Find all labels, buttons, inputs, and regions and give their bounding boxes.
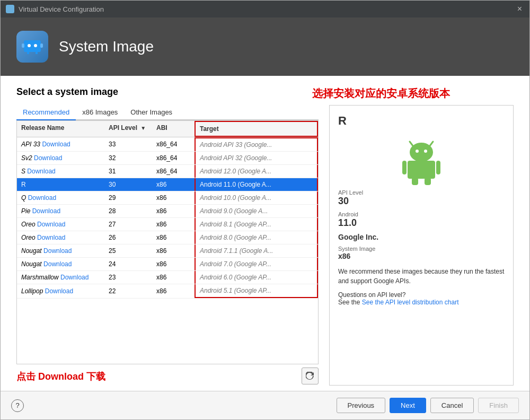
release-name: Marshmallow <box>21 274 59 281</box>
svg-rect-4 <box>40 43 43 48</box>
svg-rect-16 <box>425 178 431 185</box>
release-label: R <box>338 114 505 128</box>
svg-point-5 <box>28 44 31 47</box>
svg-rect-15 <box>412 178 418 185</box>
table-row[interactable]: Oreo Download 27 x86 Android 8.1 (Google… <box>17 218 318 231</box>
download-link[interactable]: Download <box>42 141 70 148</box>
release-name: S <box>21 168 25 175</box>
cell-release: Oreo Download <box>17 218 104 231</box>
cell-target: Android 7.0 (Google AP... <box>195 258 318 270</box>
download-link[interactable]: Download <box>37 221 65 228</box>
table-row[interactable]: Nougat Download 25 x86 Android 7.1.1 (Go… <box>17 244 318 258</box>
table-row[interactable]: S Download 31 x86_64 Android 12.0 (Googl… <box>17 165 318 178</box>
svg-point-9 <box>410 143 433 162</box>
download-link[interactable]: Download <box>27 168 55 175</box>
table-row[interactable]: API 33 Download 33 x86_64 Android API 33… <box>17 137 318 152</box>
table-row[interactable]: Lollipop Download 22 x86 Android 5.1 (Go… <box>17 284 318 299</box>
release-name: Lollipop <box>21 287 43 295</box>
android-value: 11.0 <box>338 217 505 229</box>
tabs: Recommended x86 Images Other Images <box>16 105 319 120</box>
cell-target: Android 11.0 (Google A... <box>195 178 318 191</box>
table-row[interactable]: Pie Download 28 x86 Android 9.0 (Google … <box>17 205 318 218</box>
header-icon <box>16 31 48 63</box>
system-image-label: System Image <box>338 246 505 252</box>
annotation-bottom: 点击 Download 下载 <box>16 370 105 383</box>
left-panel: Recommended x86 Images Other Images Rele… <box>16 105 319 386</box>
svg-point-11 <box>424 150 427 153</box>
svg-rect-2 <box>36 51 38 54</box>
release-name: Pie <box>21 207 30 215</box>
release-name: API 33 <box>21 141 40 148</box>
avd-icon <box>22 36 43 57</box>
release-name: Nougat <box>21 260 42 268</box>
system-image-section: System Image x86 <box>338 246 505 260</box>
release-name: Oreo <box>21 221 36 228</box>
cell-release: Nougat Download <box>17 258 104 270</box>
download-link[interactable]: Download <box>28 194 56 202</box>
api-level-chart-link[interactable]: See the API level distribution chart <box>362 299 459 306</box>
close-button[interactable]: × <box>515 4 524 14</box>
next-button[interactable]: Next <box>390 398 426 413</box>
cell-abi: x86 <box>152 178 195 191</box>
help-button[interactable]: ? <box>11 399 24 412</box>
cell-api: 26 <box>104 231 152 244</box>
col-api-level[interactable]: API Level ▼ <box>104 121 152 137</box>
download-link[interactable]: Download <box>45 287 73 295</box>
cell-abi: x86 <box>152 271 195 284</box>
content-area: Select a system image 选择安装对应的安卓系统版本 Reco… <box>1 76 529 391</box>
cancel-button[interactable]: Cancel <box>430 398 474 413</box>
footer: ? Previous Next Cancel Finish <box>1 391 529 419</box>
cell-target: Android 12.0 (Google A... <box>195 165 318 178</box>
table-row[interactable]: Nougat Download 24 x86 Android 7.0 (Goog… <box>17 258 318 271</box>
cell-release: R <box>17 178 104 191</box>
cell-release: API 33 Download <box>17 138 104 151</box>
cell-abi: x86 <box>152 231 195 244</box>
android-robot <box>400 137 443 185</box>
col-release-name: Release Name <box>17 121 104 137</box>
table-row[interactable]: Q Download 29 x86 Android 10.0 (Google A… <box>17 191 318 205</box>
download-link[interactable]: Download <box>43 247 72 255</box>
table-row[interactable]: R 30 x86 Android 11.0 (Google A... <box>17 178 318 191</box>
download-link[interactable]: Download <box>34 154 62 162</box>
cell-release: Pie Download <box>17 205 104 217</box>
cell-api: 27 <box>104 218 152 231</box>
system-image-table: Release Name API Level ▼ ABI Target API … <box>16 120 319 364</box>
tab-x86-images[interactable]: x86 Images <box>76 105 124 120</box>
cell-api: 24 <box>104 258 152 270</box>
title-bar: Virtual Device Configuration × <box>1 1 529 18</box>
release-name: Q <box>21 194 26 202</box>
tab-other-images[interactable]: Other Images <box>124 105 179 120</box>
table-row[interactable]: Oreo Download 26 x86 Android 8.0 (Google… <box>17 231 318 244</box>
api-level-label: API Level <box>338 189 505 196</box>
svg-rect-14 <box>436 161 440 174</box>
cell-release: Nougat Download <box>17 244 104 257</box>
app-icon <box>6 5 14 13</box>
info-grid: API Level 30 Android 11.0 Google Inc. Sy… <box>338 189 505 260</box>
svg-rect-13 <box>402 161 407 174</box>
cell-api: 32 <box>104 152 152 164</box>
download-link[interactable]: Download <box>37 234 65 241</box>
refresh-button[interactable] <box>302 368 319 384</box>
api-question-text: Questions on API level? <box>338 291 405 299</box>
download-link[interactable]: Download <box>43 260 72 268</box>
recommend-text: We recommend these images because they r… <box>338 267 505 286</box>
tab-recommended[interactable]: Recommended <box>16 105 76 120</box>
cell-abi: x86 <box>152 285 195 298</box>
cell-api: 23 <box>104 271 152 284</box>
table-row[interactable]: Marshmallow Download 23 x86 Android 6.0 … <box>17 271 318 284</box>
col-target: Target <box>195 121 318 137</box>
cell-abi: x86 <box>152 258 195 270</box>
cell-api: 29 <box>104 191 152 204</box>
previous-button[interactable]: Previous <box>337 398 386 413</box>
system-image-value: x86 <box>338 252 505 260</box>
svg-point-6 <box>34 44 37 47</box>
download-link[interactable]: Download <box>60 274 89 281</box>
release-name: Sv2 <box>21 154 32 162</box>
download-link[interactable]: Download <box>32 207 60 215</box>
cell-api: 33 <box>104 138 152 151</box>
annotation-top: 选择安装对应的安卓系统版本 <box>312 86 450 101</box>
table-row[interactable]: Sv2 Download 32 x86_64 Android API 32 (G… <box>17 152 318 165</box>
window: Virtual Device Configuration × System Im… <box>0 0 530 420</box>
api-level-section: API Level 30 <box>338 189 505 207</box>
cell-release: Q Download <box>17 191 104 204</box>
